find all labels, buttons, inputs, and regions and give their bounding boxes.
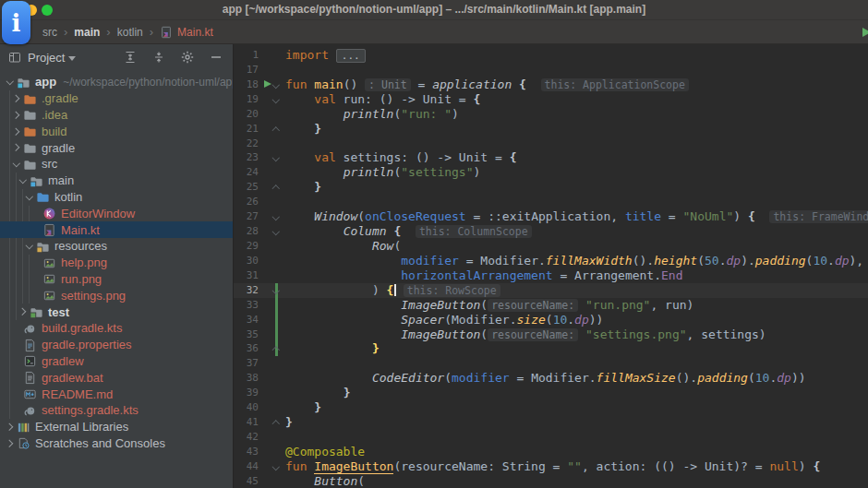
fold-marker-icon[interactable]	[272, 464, 279, 470]
code-line-22[interactable]: 22	[234, 137, 868, 151]
line-number[interactable]: 36	[234, 341, 259, 356]
line-number[interactable]: 22	[234, 137, 259, 151]
tree-item-resources[interactable]: resources	[0, 238, 233, 255]
code-line-18[interactable]: 18fun main() : Unit = application { this…	[234, 77, 868, 92]
code-line-21[interactable]: 21 }	[234, 122, 868, 137]
code-line-1[interactable]: 1import ...	[234, 48, 868, 63]
fold-marker-icon[interactable]	[272, 97, 279, 103]
code-line-30[interactable]: 30 modifier = Modifier.fillMaxWidth().he…	[234, 254, 868, 268]
tree-expand-arrow-icon[interactable]	[4, 437, 16, 449]
tree-expand-arrow-icon[interactable]	[23, 191, 35, 203]
line-number[interactable]: 42	[234, 430, 259, 445]
code-line-39[interactable]: 39 }	[234, 386, 868, 400]
line-number[interactable]: 40	[234, 400, 259, 415]
run-icon[interactable]	[859, 25, 868, 40]
tree-item-.idea[interactable]: .idea	[0, 107, 233, 124]
tree-item-external-libraries[interactable]: External Libraries	[0, 419, 233, 435]
fold-marker-icon[interactable]	[272, 229, 279, 235]
breadcrumb-file[interactable]: Main.kt	[177, 26, 213, 39]
tree-expand-arrow-icon[interactable]	[4, 76, 16, 88]
code-line-40[interactable]: 40 }	[234, 400, 868, 415]
fold-marker-icon[interactable]	[272, 126, 279, 133]
code-line-17[interactable]: 17	[234, 63, 868, 77]
line-number[interactable]: 32	[234, 283, 259, 298]
code-line-41[interactable]: 41}	[234, 415, 868, 430]
tree-item-main[interactable]: main	[0, 173, 233, 189]
line-number[interactable]: 39	[234, 386, 259, 400]
tree-item-main.kt[interactable]: Main.kt	[0, 221, 233, 238]
tree-item-build[interactable]: build	[0, 123, 233, 139]
line-number[interactable]: 35	[234, 327, 259, 342]
code-line-31[interactable]: 31 horizontalArrangement = Arrangement.E…	[234, 268, 868, 283]
code-line-29[interactable]: 29 Row(	[234, 239, 868, 254]
code-line-32[interactable]: 32 ) { this: RowScope	[234, 283, 868, 298]
tree-expand-arrow-icon[interactable]	[17, 174, 29, 186]
code-line-26[interactable]: 26	[234, 195, 868, 209]
line-number[interactable]: 23	[234, 150, 259, 165]
code-line-37[interactable]: 37	[234, 356, 868, 371]
chevron-down-icon[interactable]	[68, 56, 76, 61]
line-number[interactable]: 31	[234, 268, 259, 283]
fold-marker-icon[interactable]	[272, 155, 279, 161]
line-number[interactable]: 1	[234, 48, 259, 63]
tree-item-settings.gradle.kts[interactable]: settings.gradle.kts	[0, 402, 233, 419]
code-line-42[interactable]: 42	[234, 430, 868, 445]
line-number[interactable]: 34	[234, 313, 259, 327]
code-line-33[interactable]: 33 ImageButton(resourceName: "run.png", …	[234, 298, 868, 313]
code-line-27[interactable]: 27 Window(onCloseRequest = ::exitApplica…	[234, 209, 868, 224]
line-number[interactable]: 28	[234, 224, 259, 239]
tree-expand-arrow-icon[interactable]	[10, 142, 22, 154]
tree-item-editorwindow[interactable]: EditorWindow	[0, 205, 233, 221]
tree-item-build.gradle.kts[interactable]: build.gradle.kts	[0, 320, 233, 337]
line-number[interactable]: 33	[234, 298, 259, 313]
code-line-44[interactable]: 44fun ImageButton(resourceName: String =…	[234, 459, 868, 474]
fold-marker-icon[interactable]	[272, 288, 279, 294]
tree-item-readme.md[interactable]: README.md	[0, 386, 233, 402]
code-line-20[interactable]: 20 println("run: ")	[234, 107, 868, 122]
line-number[interactable]: 30	[234, 254, 259, 268]
hide-panel-icon[interactable]	[209, 50, 223, 65]
tree-item-run.png[interactable]: run.png	[0, 271, 233, 288]
code-line-38[interactable]: 38 CodeEditor(modifier = Modifier.fillMa…	[234, 371, 868, 386]
tree-item-.gradle[interactable]: .gradle	[0, 90, 233, 107]
tree-expand-arrow-icon[interactable]	[10, 109, 22, 121]
line-number[interactable]: 20	[234, 107, 259, 122]
project-panel-title[interactable]: Project	[28, 51, 65, 65]
tree-item-settings.png[interactable]: settings.png	[0, 287, 233, 304]
code-line-35[interactable]: 35 ImageButton(resourceName: "settings.p…	[234, 327, 868, 342]
line-number[interactable]: 45	[234, 474, 259, 488]
code-line-19[interactable]: 19 val run: () -> Unit = {	[234, 92, 868, 107]
line-number[interactable]: 29	[234, 239, 259, 254]
line-number[interactable]: 27	[234, 209, 259, 224]
code-line-36[interactable]: 36 }	[234, 341, 868, 356]
tree-item-kotlin[interactable]: kotlin	[0, 189, 233, 206]
gear-icon[interactable]	[180, 50, 195, 65]
collapse-all-icon[interactable]	[151, 50, 166, 65]
line-number[interactable]: 41	[234, 415, 259, 430]
code-line-25[interactable]: 25 }	[234, 180, 868, 195]
tree-item-gradle.properties[interactable]: gradle.properties	[0, 337, 233, 353]
code-line-45[interactable]: 45 Button(	[234, 474, 868, 488]
code-line-23[interactable]: 23 val settings: () -> Unit = {	[234, 150, 868, 165]
tree-expand-arrow-icon[interactable]	[23, 240, 35, 252]
tree-expand-arrow-icon[interactable]	[4, 421, 16, 433]
editor[interactable]: 1import ...1718fun main() : Unit = appli…	[234, 44, 868, 488]
expand-all-icon[interactable]	[123, 50, 138, 65]
tree-item-gradlew.bat[interactable]: gradlew.bat	[0, 369, 233, 386]
tree-expand-arrow-icon[interactable]	[10, 125, 22, 137]
tree-item-scratches-and-consoles[interactable]: Scratches and Consoles	[0, 435, 233, 452]
line-number[interactable]: 38	[234, 371, 259, 386]
fold-marker-icon[interactable]	[272, 420, 279, 426]
tree-item-app[interactable]: app~/workspace/python/notion-uml/app	[0, 74, 233, 90]
code-line-34[interactable]: 34 Spacer(Modifier.size(10.dp))	[234, 313, 868, 327]
tree-expand-arrow-icon[interactable]	[17, 306, 29, 318]
code-line-24[interactable]: 24 println("settings")	[234, 165, 868, 180]
line-number[interactable]: 17	[234, 63, 259, 77]
line-number[interactable]: 18	[234, 77, 259, 92]
fold-marker-icon[interactable]	[272, 184, 279, 191]
code-line-28[interactable]: 28 Column { this: ColumnScope	[234, 224, 868, 239]
line-number[interactable]: 24	[234, 165, 259, 180]
line-number[interactable]: 26	[234, 195, 259, 209]
run-gutter-icon[interactable]	[264, 80, 271, 88]
tree-expand-arrow-icon[interactable]	[10, 158, 22, 170]
